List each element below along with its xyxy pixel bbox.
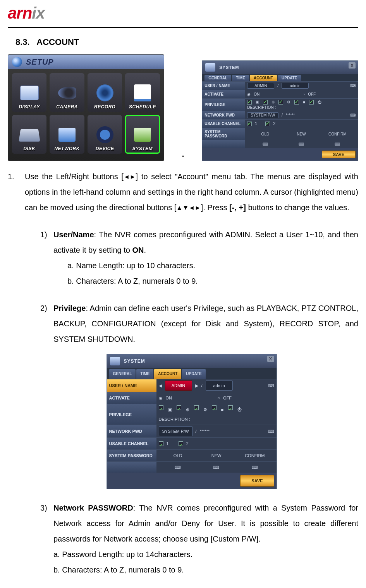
close-button[interactable]: X	[267, 356, 274, 362]
priv-chk-5[interactable]	[228, 405, 233, 410]
setup-item-record[interactable]: RECORD	[88, 73, 122, 112]
system-window-icon	[205, 63, 215, 72]
ch-num-2: 2	[186, 439, 189, 448]
ch-chk-2[interactable]	[265, 122, 270, 126]
figure-row-top: SETUP DISPLAY CAMERA RECORD SCHEDULE DIS…	[8, 54, 358, 161]
radio-on[interactable]: ◉	[247, 92, 251, 96]
network-pwd-mode[interactable]: SYSTEM P/W	[159, 426, 192, 436]
priv-chk-1[interactable]	[159, 405, 163, 410]
keypad-icon[interactable]: ⌨	[268, 381, 274, 390]
tab-account[interactable]: ACCOUNT	[250, 75, 277, 81]
tab-general[interactable]: GENERAL	[109, 369, 136, 379]
network-pwd-mode[interactable]: SYSTEM P/W	[247, 112, 278, 118]
sub2-body: Privilege: Admin can define each user's …	[53, 300, 358, 347]
tab-general[interactable]: GENERAL	[204, 75, 231, 81]
ch-chk-1[interactable]	[247, 122, 252, 126]
sub3-b: b. Characters: A to Z, numerals 0 to 9.	[53, 562, 358, 578]
tab-update[interactable]: UPDATE	[278, 75, 301, 81]
setup-item-display[interactable]: DISPLAY	[12, 73, 46, 112]
pwd-confirm-field[interactable]: ⌨	[320, 142, 356, 146]
user-name-field[interactable]: admin	[206, 381, 233, 391]
priv-ico-5: ⏻	[237, 405, 242, 414]
close-button[interactable]: X	[349, 62, 356, 69]
device-icon	[93, 125, 117, 144]
setup-item-disk[interactable]: DISK	[12, 115, 46, 154]
col-new: NEW	[197, 451, 235, 460]
priv-chk-3[interactable]	[278, 100, 283, 105]
ch-chk-2[interactable]	[179, 441, 183, 446]
priv-chk-5[interactable]	[309, 100, 314, 105]
network-pwd-value: ******	[200, 427, 210, 435]
pwd-old-field[interactable]: ⌨	[247, 142, 283, 146]
pwd-old-field[interactable]: ⌨	[159, 463, 197, 471]
priv-chk-2[interactable]	[263, 100, 268, 105]
radio-off[interactable]: ○	[217, 394, 220, 402]
setup-item-network[interactable]: NETWORK	[50, 115, 84, 154]
col-confirm: CONFIRM	[235, 451, 274, 460]
sub3-body: Network PASSWORD: The NVR comes preconfi…	[53, 500, 358, 547]
priv-ico-3: ⚙	[203, 405, 207, 414]
setup-item-schedule[interactable]: SCHEDULE	[125, 73, 160, 112]
setup-item-system[interactable]: SYSTEM	[125, 115, 160, 154]
system-window-title: SYSTEM	[124, 357, 145, 366]
pwd-new-field[interactable]: ⌨	[197, 463, 235, 471]
user-select[interactable]: ADMIN	[247, 83, 274, 89]
priv-ico-5: ⏻	[318, 100, 321, 105]
section-title: 8.3. ACCOUNT	[15, 37, 358, 47]
col-confirm: CONFIRM	[320, 132, 356, 136]
setup-item-camera[interactable]: CAMERA	[50, 73, 84, 112]
label-activate: ACTIVATE	[107, 392, 156, 404]
ch-chk-1[interactable]	[159, 441, 163, 446]
system-window-icon	[110, 357, 120, 365]
sub1-a: a. Name Length: up to 10 characters.	[67, 258, 358, 273]
pwd-confirm-field[interactable]: ⌨	[235, 463, 274, 471]
radio-on[interactable]: ◉	[159, 394, 163, 402]
priv-ico-4: ■	[303, 100, 305, 105]
col-new: NEW	[284, 132, 320, 136]
spin-right-icon[interactable]: ▶	[195, 381, 198, 390]
priv-ico-4: ■	[221, 405, 224, 414]
save-button[interactable]: SAVE	[322, 151, 356, 158]
spin-left-icon[interactable]: ◀	[159, 381, 162, 390]
setup-item-device[interactable]: DEVICE	[88, 115, 122, 154]
priv-chk-2[interactable]	[177, 405, 181, 410]
figure-separator: .	[180, 150, 187, 161]
label-network-pwd: NETWORK PWD	[107, 425, 156, 437]
sub3-a: a. Password Length: up to 14characters.	[53, 547, 358, 562]
sub1-body: User/Name: The NVR comes preconfigured w…	[53, 227, 358, 258]
sub-number-3: 3)	[40, 500, 53, 578]
tab-time[interactable]: TIME	[232, 75, 249, 81]
tab-time[interactable]: TIME	[136, 369, 153, 379]
system-icon	[131, 125, 154, 144]
priv-ico-1: ▣	[168, 405, 172, 414]
section-name: ACCOUNT	[36, 37, 79, 47]
tab-account[interactable]: ACCOUNT	[154, 369, 181, 379]
user-name-field[interactable]: admin	[282, 83, 309, 89]
setup-panel: SETUP DISPLAY CAMERA RECORD SCHEDULE DIS…	[8, 54, 164, 161]
priv-chk-4[interactable]	[294, 100, 299, 105]
col-old: OLD	[247, 132, 283, 136]
save-button[interactable]: SAVE	[240, 475, 274, 487]
priv-chk-1[interactable]	[247, 100, 252, 105]
ch-num-2: 2	[273, 122, 275, 126]
schedule-icon	[131, 83, 154, 103]
label-privilege: PRIVILEGE	[202, 99, 245, 111]
keypad-icon[interactable]: ⌨	[350, 84, 356, 88]
record-icon	[93, 83, 117, 103]
priv-chk-4[interactable]	[212, 405, 217, 410]
disk-icon	[18, 125, 41, 144]
label-usable-channel: USABLE CHANNEL	[202, 120, 245, 128]
keypad-icon[interactable]: ⌨	[350, 113, 356, 117]
camera-icon	[55, 83, 79, 103]
label-usable-channel: USABLE CHANNEL	[107, 438, 156, 449]
priv-ico-2: ⊕	[271, 100, 275, 105]
radio-off[interactable]: ○	[302, 92, 305, 96]
priv-chk-3[interactable]	[194, 405, 199, 410]
keypad-icon[interactable]: ⌨	[268, 427, 274, 435]
user-select[interactable]: ADMIN	[165, 381, 192, 391]
label-network-pwd: NETWORK PWD	[202, 111, 245, 119]
display-icon	[18, 83, 41, 103]
label-user-name: USER / NAME	[202, 82, 245, 90]
tab-update[interactable]: UPDATE	[182, 369, 205, 379]
pwd-new-field[interactable]: ⌨	[284, 142, 320, 146]
